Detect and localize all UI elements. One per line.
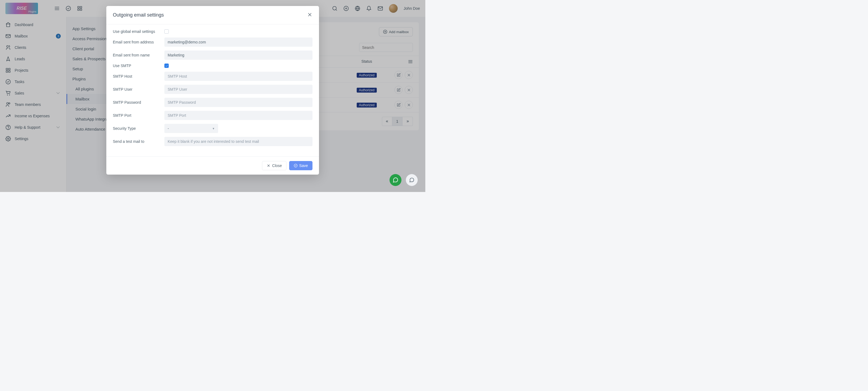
label-smtp-port: SMTP Port <box>113 113 164 118</box>
use-global-checkbox[interactable] <box>164 29 169 34</box>
label-from-name: Email sent from name <box>113 53 164 57</box>
close-button[interactable]: Close <box>262 161 286 170</box>
smtp-password-input[interactable] <box>164 98 312 107</box>
smtp-host-input[interactable] <box>164 72 312 81</box>
x-icon <box>267 164 271 168</box>
label-from-address: Email sent from address <box>113 40 164 44</box>
modal-title: Outgoing email settings <box>113 12 164 18</box>
close-label: Close <box>272 164 282 168</box>
test-mail-input[interactable] <box>164 137 312 146</box>
from-name-input[interactable] <box>164 51 312 60</box>
label-test-mail: Send a test mail to <box>113 139 164 144</box>
label-smtp-password: SMTP Password <box>113 100 164 105</box>
from-address-input[interactable] <box>164 37 312 47</box>
label-security-type: Security Type <box>113 126 164 131</box>
save-button[interactable]: Save <box>289 161 312 170</box>
check-circle-icon <box>294 164 298 168</box>
whatsapp-fab[interactable] <box>390 174 401 186</box>
modal-header: Outgoing email settings <box>106 6 319 24</box>
label-smtp-user: SMTP User <box>113 87 164 91</box>
label-use-global: Use global email settings <box>113 29 164 34</box>
chat-fab[interactable] <box>406 174 418 186</box>
close-icon[interactable] <box>307 12 312 18</box>
svg-point-50 <box>294 164 297 167</box>
chevron-down-icon: ▼ <box>212 127 215 130</box>
security-type-value: - <box>167 126 169 131</box>
label-use-smtp: Use SMTP <box>113 63 164 68</box>
modal-body: Use global email settings Email sent fro… <box>106 24 319 157</box>
email-settings-modal: Outgoing email settings Use global email… <box>106 6 319 175</box>
modal-footer: Close Save <box>106 157 319 175</box>
security-type-select[interactable]: - ▼ <box>164 124 218 133</box>
label-smtp-host: SMTP Host <box>113 74 164 79</box>
smtp-port-input[interactable] <box>164 111 312 120</box>
use-smtp-checkbox[interactable] <box>164 63 169 68</box>
save-label: Save <box>299 164 308 168</box>
smtp-user-input[interactable] <box>164 85 312 94</box>
